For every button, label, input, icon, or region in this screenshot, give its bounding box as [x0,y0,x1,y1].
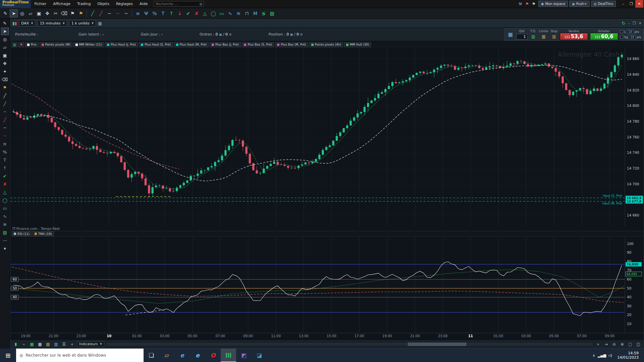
ruler-icon[interactable]: ▱ [1,44,9,51]
data-table-icon[interactable]: ▦ [98,21,102,26]
legend-chip[interactable]: Plus Bas (J, Pré) [210,42,241,47]
menu-réglages[interactable]: Réglages [113,0,136,8]
pencil-icon[interactable]: ✎ [1,19,9,27]
ie-icon[interactable]: e [190,349,205,362]
bell-icon[interactable]: ⚑ [530,1,537,7]
select-cursor-icon[interactable]: ➤ [1,27,9,35]
mon-espace-button[interactable]: ☗Mon espace [538,1,568,7]
legend-chip[interactable]: Plus Haut (M, Pré) [174,42,209,47]
legend-chip[interactable]: MM Wilder (11) [73,42,104,47]
channel-pattern-icon[interactable]: ⊓ [243,9,251,17]
trash-icon[interactable]: ⌫ [1,76,9,83]
devtool-icon[interactable]: ◩ [236,349,252,362]
columns-icon[interactable]: ▥ [53,341,59,348]
check-icon[interactable]: ✔ [1,172,9,180]
legend-chip[interactable]: TMA (19) [33,231,54,236]
move-icon[interactable]: ✥ [43,9,51,17]
sell-arrow-icon[interactable]: ↓ [176,9,184,17]
horizontal-line-icon[interactable]: ─ [105,9,113,17]
timeframe-dropdown[interactable]: 15 minutes▼ [38,20,67,26]
alerts-icon[interactable]: ⚑ [1,84,9,92]
draw-mode-icon[interactable]: ✎ [1,9,9,17]
push-button[interactable]: ▣Push+ [569,1,590,7]
legend-chip[interactable]: Points pivots (M) [40,42,72,47]
hline-white-icon[interactable]: ─ [1,124,9,132]
legend-chip[interactable]: RSI (11) [12,231,32,236]
zoom-tool-icon[interactable]: ◎ [18,9,26,17]
photos-icon[interactable]: ◪ [252,349,267,362]
trend-line-icon[interactable]: ╱ [89,9,97,17]
prorealtime-icon[interactable] [221,349,236,362]
delete-icon[interactable]: ⌫ [60,9,68,17]
edge-icon[interactable]: e [174,349,190,362]
cursor-icon[interactable]: ➤ [10,9,18,17]
line-white-icon[interactable]: ╱ [1,92,9,100]
legend-chip[interactable]: Plus Haut (S, Pré) [139,42,173,47]
line-green-icon[interactable]: ╱ [1,100,9,108]
buy-arrow-icon[interactable]: ↑ [167,9,175,17]
legend-chip[interactable]: Prix [25,42,39,47]
l-points-input[interactable]: 10 [627,30,634,34]
magic-icon[interactable]: ✦ [1,68,9,75]
refresh-icon[interactable]: ↻ [622,21,626,26]
rectangle-shape-icon[interactable]: ▭ [218,9,226,17]
horizontal-segment-icon[interactable]: ┄ [114,9,122,17]
menu-aide[interactable]: Aide [136,0,151,8]
sell-button[interactable]: 151 53,6 [560,33,588,40]
qty-input[interactable]: 1 [516,34,528,40]
taskbar-clock[interactable]: 14:59 14/01/2023 [615,351,641,360]
extended-line-icon[interactable]: ━ [122,9,130,17]
zigzag-pattern-icon[interactable]: ≋ [234,9,243,17]
fibonacci-fan-icon[interactable]: Ψ [142,9,150,17]
validate-icon[interactable]: ✔ [184,9,192,17]
cut-icon[interactable]: ✂ [52,9,60,17]
zoom-out-icon[interactable]: ⊖ [611,341,618,348]
chart-scrollbar-thumb[interactable] [408,343,466,346]
chart-maximize-icon[interactable]: ❐ [633,21,636,25]
ellipse-icon[interactable]: ◯ [1,196,9,204]
trend-line-red-icon[interactable]: ╱ [97,9,105,17]
layout-grid-icon[interactable]: ▤ [45,341,51,348]
fullscreen-icon[interactable]: ▢ [627,341,634,348]
limit-order-icon[interactable]: ▥ [540,34,547,40]
legend-chip[interactable]: MM Hull (30) [344,42,371,47]
menu-trading[interactable]: Trading [74,0,94,8]
rsi-indicator-pane[interactable]: 60504010090807060504030201076,93066,095 [10,236,644,333]
limit-checkbox[interactable] [620,30,623,33]
legend-chip[interactable]: Plus Haut (J, Pré) [105,42,138,47]
start-button[interactable]: ⊞ [0,349,16,362]
grid-icon[interactable]: ▨ [1,229,9,236]
legend-chip[interactable]: Plus Bas (S, Pré) [242,42,274,47]
task-view-icon[interactable]: ❏ [144,349,159,362]
scroll-left-button[interactable]: « [69,341,75,348]
chart-style-icon[interactable]: ▮ [12,341,19,348]
line-red-icon[interactable]: ╱ [1,116,9,124]
arrow-up-icon[interactable]: ↑ [1,164,9,172]
fibonacci-icon[interactable]: ≡ [134,9,142,17]
legend-chip[interactable]: Plus Bas (M, Pré) [275,42,308,47]
alarm-icon[interactable]: ⚑ [77,9,85,17]
cross-icon[interactable]: ✘ [1,180,9,188]
zigzag-icon[interactable]: ≋ [1,221,9,228]
duplicate-icon[interactable]: ▣ [1,52,9,59]
percent-retracement-icon[interactable]: % [151,9,159,17]
wrench-icon[interactable]: ⚒ [517,1,524,7]
calculator-icon[interactable]: ▦ [507,31,514,38]
hline-green-icon[interactable]: ─ [1,108,9,116]
move-all-icon[interactable]: ✥ [1,60,9,67]
auto-scale-icon[interactable]: ◫ [635,341,642,348]
chart-minimize-icon[interactable]: – [628,21,630,25]
position-list-icon[interactable]: ▣ [290,33,293,36]
rect-icon[interactable]: ▭ [1,204,9,212]
stop-order-icon[interactable]: ▥ [550,34,558,40]
stop-checkbox[interactable] [620,36,623,39]
volume-icon[interactable]: ◁) [606,349,614,362]
collapse-icon[interactable]: ▾ [1,245,9,252]
sg-points-input[interactable]: 10 [629,35,636,39]
text-icon[interactable]: T [1,156,9,164]
chart-scrollbar[interactable] [106,342,593,346]
symbol-dropdown[interactable]: DAX▼ [19,20,36,26]
chart-settings-icon[interactable]: ▥ [12,42,17,47]
flag-icon[interactable]: ⚑ [524,1,530,7]
head-shoulders-icon[interactable]: M [251,9,259,17]
